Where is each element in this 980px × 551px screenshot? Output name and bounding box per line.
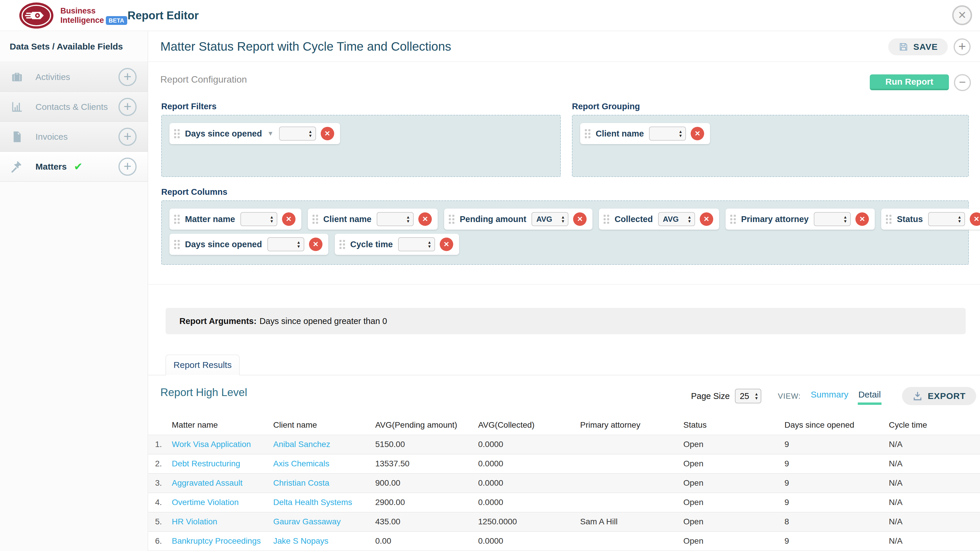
aggregate-select[interactable]: AVG [531,212,568,226]
aggregate-select[interactable] [267,237,304,251]
column-field-chip[interactable]: Days since opened [169,234,328,255]
table-cell [580,493,683,512]
remove-field-icon[interactable] [700,212,713,226]
remove-field-icon[interactable] [440,238,453,251]
column-field-chip[interactable]: Collected AVG [599,208,719,230]
results-table-wrap: Matter nameClient nameAVG(Pending amount… [148,415,980,551]
page-size-select[interactable]: 25 [735,389,761,403]
table-cell: Open [683,493,784,512]
aggregate-select[interactable] [398,237,435,251]
col-header: Matter name [172,415,273,435]
column-field-chip[interactable]: Client name [308,208,438,230]
aggregate-select[interactable] [240,212,277,226]
matter-link[interactable]: Aggravated Assault [172,478,242,487]
table-cell: Open [683,512,784,531]
sidebar-item-contacts-clients[interactable]: Contacts & Clients ✔ [0,92,148,122]
matter-link[interactable]: Bankruptcy Proceedings [172,536,261,545]
aggregate-select[interactable] [649,127,686,141]
add-dataset-button[interactable] [118,157,137,176]
row-number: 4. [148,493,172,512]
client-link[interactable]: Jake S Nopays [273,536,328,545]
sidebar-item-matters[interactable]: Matters ✔ [0,152,148,182]
remove-field-icon[interactable] [309,238,323,251]
grouping-dropzone[interactable]: Client name [572,115,969,177]
aggregate-select-value: AVG [663,215,687,224]
chevron-down-icon[interactable] [267,130,274,137]
add-dataset-button[interactable] [118,98,137,116]
client-link[interactable]: Axis Chemicals [273,459,329,468]
matter-link[interactable]: Overtime Violation [172,498,239,507]
export-button[interactable]: EXPORT [902,387,976,405]
sidebar-item-activities[interactable]: Activities ✔ [0,62,148,92]
matter-name-cell: HR Violation [172,512,273,531]
remove-field-icon[interactable] [970,212,980,226]
client-name-cell: Gaurav Gassaway [273,512,375,531]
client-link[interactable]: Anibal Sanchez [273,440,330,449]
filter-field-chip[interactable]: Days since opened [169,123,340,144]
run-report-button[interactable]: Run Report [870,75,949,90]
aggregate-select[interactable] [377,212,414,226]
drag-handle-icon[interactable] [604,215,609,224]
sidebar-item-invoices[interactable]: Invoices ✔ [0,122,148,152]
aggregate-select[interactable] [928,212,965,226]
remove-field-icon[interactable] [690,127,704,140]
remove-field-icon[interactable] [418,212,432,226]
drag-handle-icon[interactable] [585,129,590,138]
table-cell: 8 [784,512,889,531]
drag-handle-icon[interactable] [730,215,736,224]
column-field-chip[interactable]: Primary attorney [725,208,875,230]
matter-link[interactable]: HR Violation [172,517,217,526]
remove-field-icon[interactable] [856,212,869,226]
drag-handle-icon[interactable] [174,129,180,138]
columns-dropzone[interactable]: Matter name Client name Pending amount A… [161,200,969,265]
drag-handle-icon[interactable] [174,215,180,224]
view-option-summary[interactable]: Summary [811,390,848,402]
matter-link[interactable]: Work Visa Application [172,440,251,449]
aggregate-select[interactable] [279,127,316,141]
matter-name-cell: Overtime Violation [172,493,273,512]
aggregate-select[interactable]: AVG [658,212,695,226]
field-chip-label: Days since opened [185,240,262,249]
client-link[interactable]: Delta Health Systems [273,498,352,507]
drag-handle-icon[interactable] [312,215,318,224]
save-button[interactable]: SAVE [888,38,948,56]
page-size-label: Page Size [691,391,730,401]
table-row: 3.Aggravated AssaultChristian Costa900.0… [148,473,980,493]
table-row: 4.Overtime ViolationDelta Health Systems… [148,493,980,512]
drag-handle-icon[interactable] [886,215,891,224]
check-icon: ✔ [74,160,83,173]
add-dataset-button[interactable] [118,68,137,86]
remove-field-icon[interactable] [573,212,587,226]
column-field-chip[interactable]: Cycle time [335,234,459,255]
drag-handle-icon[interactable] [339,240,345,249]
drag-handle-icon[interactable] [449,215,454,224]
remove-field-icon[interactable] [282,212,296,226]
table-cell: 0.0000 [478,531,580,551]
col-header: Client name [273,415,375,435]
client-link[interactable]: Gaurav Gassaway [273,517,340,526]
add-dataset-button[interactable] [118,128,137,146]
remove-field-icon[interactable] [321,127,334,140]
drag-handle-icon[interactable] [174,240,180,249]
view-option-detail[interactable]: Detail [858,390,881,402]
close-icon[interactable] [952,5,972,25]
grouping-field-chip[interactable]: Client name [580,123,710,144]
col-header: Status [683,415,784,435]
matter-link[interactable]: Debt Restructuring [172,459,240,468]
sidebar-item-label: Contacts & Clients [35,102,108,112]
main-content: Matter Status Report with Cycle Time and… [148,31,980,551]
table-cell: 9 [784,473,889,493]
tab-report-results[interactable]: Report Results [165,355,240,375]
aggregate-select[interactable] [814,212,851,226]
column-field-chip[interactable]: Pending amount AVG [444,208,592,230]
column-field-chip[interactable]: Status [881,208,980,230]
client-link[interactable]: Christian Costa [273,478,329,487]
filters-dropzone[interactable]: Days since opened [161,115,561,177]
table-cell: 9 [784,531,889,551]
add-report-button[interactable] [954,38,970,56]
table-cell: 9 [784,435,889,454]
column-field-chip[interactable]: Matter name [169,208,301,230]
sidebar: Data Sets / Available Fields Activities … [0,31,148,551]
collapse-config-button[interactable] [954,74,971,91]
col-header: Primary attorney [580,415,683,435]
